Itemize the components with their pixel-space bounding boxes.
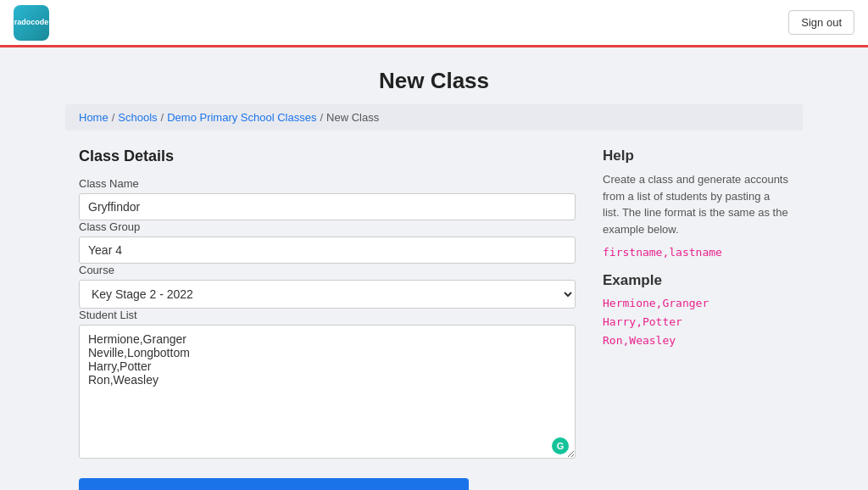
example-line-3: Ron,Weasley bbox=[603, 331, 789, 350]
help-panel: Help Create a class and generate account… bbox=[603, 148, 789, 461]
class-group-input[interactable] bbox=[79, 237, 576, 264]
breadcrumb-schools[interactable]: Schools bbox=[118, 111, 157, 124]
help-format: firstname,lastname bbox=[603, 246, 789, 259]
create-student-accounts-button[interactable]: Create student accounts bbox=[79, 478, 469, 490]
help-title: Help bbox=[603, 148, 789, 164]
page-title: New Class bbox=[0, 68, 868, 94]
class-name-label: Class Name bbox=[79, 177, 576, 190]
example-list: Hermione,Granger Harry,Potter Ron,Weasle… bbox=[603, 294, 789, 350]
breadcrumb-home[interactable]: Home bbox=[79, 111, 108, 124]
student-list-label: Student List bbox=[79, 309, 576, 321]
course-field: Course Key Stage 2 - 2022Key Stage 1 - 2… bbox=[79, 264, 576, 309]
breadcrumb-sep-2: / bbox=[161, 111, 164, 124]
student-list-field: Student List G bbox=[79, 309, 576, 461]
app-header: rado code Sign out bbox=[0, 0, 868, 47]
example-line-1: Hermione,Granger bbox=[603, 294, 789, 313]
breadcrumb-current: New Class bbox=[326, 111, 379, 124]
help-description: Create a class and generate accounts fro… bbox=[603, 171, 789, 237]
breadcrumb: Home / Schools / Demo Primary School Cla… bbox=[79, 111, 789, 124]
breadcrumb-sep-3: / bbox=[320, 111, 323, 124]
class-name-input[interactable] bbox=[79, 193, 576, 220]
example-line-2: Harry,Potter bbox=[603, 313, 789, 331]
grammarly-icon: G bbox=[552, 437, 569, 454]
class-name-field: Class Name bbox=[79, 177, 576, 220]
page-title-area: New Class bbox=[0, 47, 868, 104]
left-panel: Class Details Class Name Class Group Cou… bbox=[79, 148, 576, 461]
breadcrumb-sep-1: / bbox=[112, 111, 115, 124]
class-group-label: Class Group bbox=[79, 220, 576, 233]
main-content: Class Details Class Name Class Group Cou… bbox=[65, 148, 803, 461]
app-logo: rado code bbox=[14, 5, 49, 41]
class-group-field: Class Group bbox=[79, 220, 576, 264]
student-list-wrap: G bbox=[79, 325, 576, 461]
class-details-title: Class Details bbox=[79, 148, 576, 165]
breadcrumb-bar: Home / Schools / Demo Primary School Cla… bbox=[65, 104, 803, 131]
logo-text-line1: rado bbox=[14, 18, 31, 27]
breadcrumb-demo-classes[interactable]: Demo Primary School Classes bbox=[167, 111, 316, 124]
course-label: Course bbox=[79, 264, 576, 276]
create-button-wrap: Create student accounts bbox=[65, 478, 803, 490]
logo-text-line2: code bbox=[31, 18, 48, 27]
example-title: Example bbox=[603, 272, 789, 289]
sign-out-button[interactable]: Sign out bbox=[788, 10, 854, 35]
student-list-textarea[interactable] bbox=[79, 325, 576, 459]
course-select[interactable]: Key Stage 2 - 2022Key Stage 1 - 2022Key … bbox=[79, 280, 576, 309]
